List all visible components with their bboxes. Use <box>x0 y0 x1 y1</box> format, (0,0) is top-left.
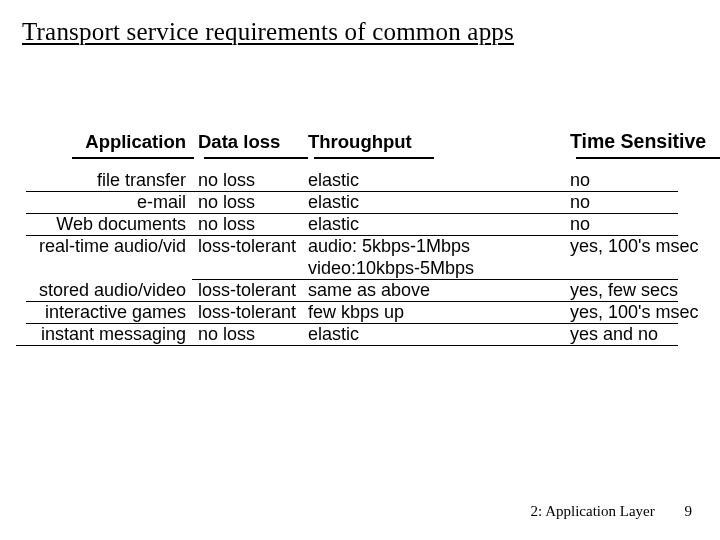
slide-title: Transport service requirements of common… <box>22 18 514 46</box>
cell-thr: video:10kbps-5Mbps <box>308 258 570 279</box>
cell-app: real-time audio/vid <box>6 236 198 257</box>
slide: Transport service requirements of common… <box>0 0 720 540</box>
cell-loss: no loss <box>198 214 308 235</box>
table-row: video:10kbps-5Mbps <box>6 258 718 280</box>
cell-loss: no loss <box>198 170 308 191</box>
cell-thr: elastic <box>308 192 570 213</box>
table-row: stored audio/videoloss-tolerantsame as a… <box>6 280 718 302</box>
cell-loss: loss-tolerant <box>198 280 308 301</box>
cell-time: no <box>570 192 718 213</box>
cell-thr: elastic <box>308 214 570 235</box>
cell-app: instant messaging <box>6 324 198 345</box>
cell-thr: few kbps up <box>308 302 570 323</box>
cell-loss: no loss <box>198 324 308 345</box>
cell-time: no <box>570 214 718 235</box>
header-underline <box>314 157 434 159</box>
cell-loss: loss-tolerant <box>198 302 308 323</box>
cell-thr: elastic <box>308 170 570 191</box>
cell-app: Web documents <box>6 214 198 235</box>
slide-footer: 2: Application Layer 9 <box>531 503 692 520</box>
header-underline <box>72 157 194 159</box>
cell-app: stored audio/video <box>6 280 198 301</box>
header-application: Application <box>6 131 198 153</box>
table-row: e-mailno losselasticno <box>6 192 718 214</box>
cell-time: yes, few secs <box>570 280 718 301</box>
table-row: real-time audio/vidloss-tolerantaudio: 5… <box>6 236 718 258</box>
header-data-loss: Data loss <box>198 131 308 153</box>
header-time-sensitive: Time Sensitive <box>570 130 718 153</box>
table-row: Web documentsno losselasticno <box>6 214 718 236</box>
cell-thr: elastic <box>308 324 570 345</box>
cell-thr: same as above <box>308 280 570 301</box>
footer-chapter: 2: Application Layer <box>531 503 655 519</box>
cell-app: interactive games <box>6 302 198 323</box>
requirements-table: Application Data loss Throughput Time Se… <box>6 130 718 346</box>
cell-thr: audio: 5kbps-1Mbps <box>308 236 570 257</box>
cell-time: yes, 100's msec <box>570 236 718 257</box>
header-underline <box>204 157 308 159</box>
header-underline <box>576 157 720 159</box>
cell-app: file transfer <box>6 170 198 191</box>
table-header-row: Application Data loss Throughput Time Se… <box>6 130 718 156</box>
row-underline <box>16 345 678 346</box>
cell-app: e-mail <box>6 192 198 213</box>
table-row: interactive gamesloss-tolerantfew kbps u… <box>6 302 718 324</box>
cell-loss: no loss <box>198 192 308 213</box>
footer-page-number: 9 <box>685 503 693 519</box>
cell-loss: loss-tolerant <box>198 236 308 257</box>
table-row: instant messagingno losselasticyes and n… <box>6 324 718 346</box>
header-throughput: Throughput <box>308 131 570 153</box>
cell-time: yes, 100's msec <box>570 302 718 323</box>
cell-time: no <box>570 170 718 191</box>
cell-time: yes and no <box>570 324 718 345</box>
table-row: file transferno losselasticno <box>6 170 718 192</box>
